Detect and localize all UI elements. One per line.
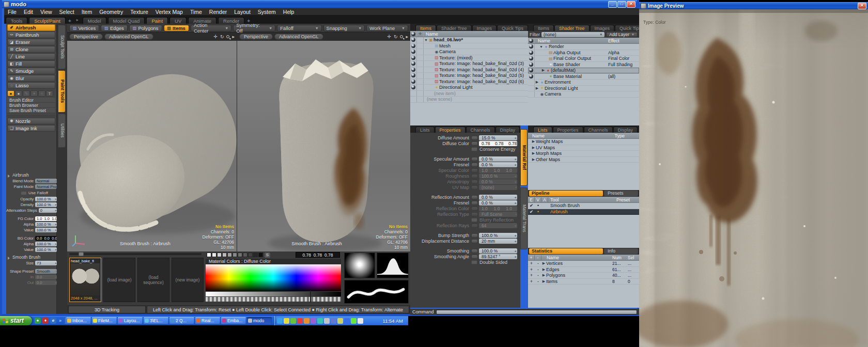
- brush-browser-link[interactable]: Brush Browser: [7, 103, 55, 108]
- expander-icon[interactable]: ▶: [535, 86, 539, 90]
- stats-row-vertices[interactable]: +-▶Vertices21......: [528, 261, 639, 267]
- add-icon[interactable]: +: [528, 261, 535, 266]
- channel-pip[interactable]: [471, 157, 478, 161]
- paint-mode-dropdown[interactable]: Normal Proj ...▾: [35, 184, 57, 189]
- menu-geometry[interactable]: Geometry: [96, 8, 127, 15]
- presets-header[interactable]: Presets: [604, 191, 638, 196]
- tool-line[interactable]: ╱Line: [7, 53, 55, 60]
- blurry-reflection-checkbox[interactable]: [471, 218, 477, 222]
- tab-quick-tips[interactable]: Quick Tips: [615, 25, 639, 31]
- image-slot-current[interactable]: head_bake_fi 2048 x 2048, ...: [69, 258, 101, 302]
- expander-icon[interactable]: ▶: [535, 80, 539, 84]
- pan-icon[interactable]: ✛: [213, 34, 218, 39]
- new-scene-row[interactable]: (new scene): [410, 97, 528, 103]
- pipeline-row-airbrush[interactable]: ✔ • Airbrush: [528, 209, 639, 215]
- expander-icon[interactable]: ▶: [541, 267, 546, 272]
- zoom-icon[interactable]: [226, 35, 229, 38]
- save-brush-preset-link[interactable]: Save Brush Preset: [7, 108, 55, 113]
- item-row-mesh[interactable]: ▦Mesh: [410, 43, 528, 50]
- modo-titlebar[interactable]: modo _ □ ✕: [2, 0, 637, 8]
- channel-pip[interactable]: [471, 163, 478, 167]
- shader-row-environment[interactable]: ▶●Environment: [528, 80, 639, 86]
- expander-icon[interactable]: ▶: [541, 279, 546, 283]
- zoom-icon[interactable]: [400, 35, 403, 38]
- tab-channels[interactable]: Channels: [584, 127, 613, 133]
- task-button-explorer[interactable]: 3\EL...: [144, 317, 168, 324]
- shader-row-camera[interactable]: ◉Camera: [528, 91, 639, 98]
- task-button-layout[interactable]: Layou...: [118, 317, 143, 324]
- add-icon[interactable]: +: [528, 273, 535, 278]
- internet-explorer-icon[interactable]: e: [50, 318, 56, 324]
- mode-items-button[interactable]: ▨Items: [164, 25, 189, 31]
- command-input[interactable]: [436, 310, 637, 314]
- tab-items[interactable]: Items: [533, 25, 554, 31]
- quick-launch-overflow-icon[interactable]: »: [58, 318, 63, 323]
- item-row-texture-6[interactable]: ▨Texture: Image: head_bake_final_02d (6): [410, 79, 528, 85]
- side-tab-material-trans[interactable]: Material Trans: [520, 187, 528, 249]
- text-tool-button[interactable]: T: [46, 90, 53, 97]
- eye-icon[interactable]: [529, 51, 533, 55]
- tray-icon[interactable]: [317, 318, 323, 324]
- tab-properties[interactable]: Properties: [553, 127, 583, 133]
- rotate-icon[interactable]: ↻: [394, 34, 398, 39]
- brush-procedural-icon[interactable]: ✎: [23, 90, 30, 97]
- enabled-check-icon[interactable]: ✔: [528, 203, 535, 208]
- tab-properties[interactable]: Properties: [435, 127, 466, 133]
- tray-icon[interactable]: [324, 318, 330, 324]
- info-header[interactable]: Info: [604, 248, 638, 254]
- tab-uv[interactable]: UV: [169, 17, 187, 24]
- channel-pip[interactable]: [471, 239, 478, 243]
- tab-items[interactable]: Items: [415, 25, 436, 31]
- alpha-checker-bar[interactable]: [206, 297, 341, 302]
- viewport-left[interactable]: Perspective Advanced OpenGL ✛ ↻ ▸: [67, 33, 237, 251]
- list-row-weight-maps[interactable]: ▶Weight Maps: [528, 139, 639, 145]
- menu-file[interactable]: File: [4, 8, 20, 15]
- shader-row-directional-light[interactable]: ▶✦Directional Light: [528, 86, 639, 92]
- tab-paint[interactable]: Paint: [146, 17, 168, 24]
- tool-blur[interactable]: ◉Blur: [7, 75, 55, 82]
- menu-render[interactable]: Render: [206, 8, 230, 15]
- side-tab-material-ref[interactable]: Material Ref: [520, 129, 528, 186]
- tray-icon[interactable]: [311, 318, 316, 324]
- eye-icon[interactable]: [411, 73, 415, 77]
- channel-pip[interactable]: [471, 180, 478, 184]
- visible-dot-icon[interactable]: •: [535, 209, 541, 214]
- add-icon[interactable]: +: [528, 279, 535, 284]
- tab-quick-tips[interactable]: Quick Tips: [497, 25, 528, 31]
- task-button-inbox[interactable]: Inbox...: [66, 317, 91, 324]
- item-row-texture-4[interactable]: ▨Texture: Image: head_bake_final_02d (4): [410, 67, 528, 73]
- filter-dropdown[interactable]: (none)▼: [541, 32, 605, 37]
- diffuse-color-field[interactable]: 0.78 0.78 0.78: [479, 141, 517, 146]
- tray-icon[interactable]: [351, 318, 357, 324]
- viewport-type-button[interactable]: Perspective: [239, 34, 273, 40]
- tray-icon[interactable]: [337, 318, 343, 324]
- add-icon[interactable]: +: [528, 267, 535, 272]
- image-preview-titlebar[interactable]: Image Preview ✕: [639, 2, 868, 9]
- expander-icon[interactable]: ▼: [424, 38, 428, 42]
- reflection-fresnel-field[interactable]: 0.0 %◂▸: [479, 200, 517, 206]
- list-row-morph-maps[interactable]: ▶Morph Maps: [528, 151, 639, 157]
- specular-color-field[interactable]: 1.0 1.0 1.0: [479, 168, 517, 173]
- stone-mesh-left[interactable]: [67, 41, 237, 251]
- viewport-menu-arrow-icon[interactable]: ▸: [406, 34, 408, 39]
- item-row-camera[interactable]: ◉Camera: [410, 49, 528, 55]
- section-airbrush[interactable]: Airbrush: [6, 172, 57, 178]
- tab-display[interactable]: Display: [495, 127, 520, 133]
- in-field[interactable]: 0.0◂▸: [35, 275, 57, 279]
- eye-icon[interactable]: [411, 80, 415, 84]
- remove-icon[interactable]: -: [535, 279, 541, 284]
- eye-icon[interactable]: [411, 61, 415, 66]
- tab-scroll-arrow-icon[interactable]: ▸: [74, 17, 81, 24]
- saturation-button[interactable]: S: [265, 253, 270, 258]
- tool-smudge[interactable]: ✎Smudge: [7, 68, 55, 74]
- expander-icon[interactable]: ▶: [531, 146, 536, 150]
- expander-icon[interactable]: ▶: [541, 68, 546, 72]
- pipeline-row-smooth-brush[interactable]: ✔ • Smooth Brush: [528, 203, 639, 209]
- tool-clone[interactable]: ⊞Clone: [7, 46, 55, 53]
- channel-pip[interactable]: [471, 212, 478, 216]
- task-button-quicktime[interactable]: 2 Q...: [169, 317, 194, 324]
- shader-row-base-material[interactable]: ●Base Material(all): [528, 74, 639, 80]
- work-plane-dropdown[interactable]: Work Plane▼: [366, 25, 408, 31]
- new-image-slot[interactable]: (new image): [172, 258, 204, 302]
- stats-row-edges[interactable]: +-▶Edges61......: [528, 267, 639, 273]
